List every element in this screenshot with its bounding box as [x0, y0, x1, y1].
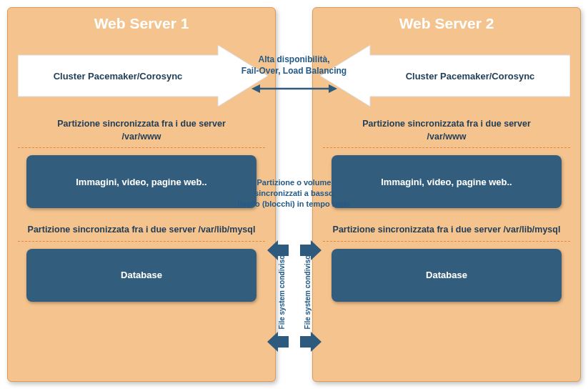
webserver2-title: Web Server 2	[323, 15, 570, 32]
webserver1-title: Web Server 1	[18, 15, 265, 32]
center-annotations: Alta disponibilità, Fail-Over, Load Bala…	[276, 7, 312, 382]
partition-sync-label: Partizione o volume sincronizzati a bass…	[226, 177, 362, 210]
svg-marker-7	[267, 332, 289, 352]
cluster-label-left: Cluster Pacemaker/Corosync	[18, 45, 218, 107]
divider	[18, 147, 265, 148]
divider	[323, 147, 570, 148]
content-box-media-right: Immagini, video, pagine web..	[332, 155, 562, 208]
divider	[323, 241, 570, 242]
cluster-label-right: Cluster Pacemaker/Corosync	[370, 45, 570, 107]
section-mysql-right: Partizione sincronizzata fra i due serve…	[323, 224, 570, 237]
sync-arrows-icon	[267, 235, 322, 266]
divider	[18, 241, 265, 242]
cluster-arrow-left: Cluster Pacemaker/Corosync	[18, 45, 265, 107]
svg-marker-3	[251, 84, 260, 93]
cluster-arrow-right: Cluster Pacemaker/Corosync	[323, 45, 570, 107]
svg-marker-6	[300, 240, 322, 260]
content-box-db-left: Database	[26, 249, 256, 302]
section-www-left: Partizione sincronizzata fra i due serve…	[18, 118, 265, 143]
content-box-media-left: Immagini, video, pagine web..	[26, 155, 256, 208]
svg-marker-5	[267, 240, 289, 260]
double-arrow-horizontal-icon	[251, 84, 337, 94]
svg-marker-4	[329, 84, 337, 93]
content-box-db-right: Database	[332, 249, 562, 302]
section-www-right: Partizione sincronizzata fra i due serve…	[323, 118, 570, 143]
section-mysql-left: Partizione sincronizzata fra i due serve…	[18, 224, 265, 237]
svg-marker-8	[300, 332, 322, 352]
sync-arrows-icon	[267, 326, 322, 358]
ha-label: Alta disponibilità, Fail-Over, Load Bala…	[237, 54, 352, 77]
